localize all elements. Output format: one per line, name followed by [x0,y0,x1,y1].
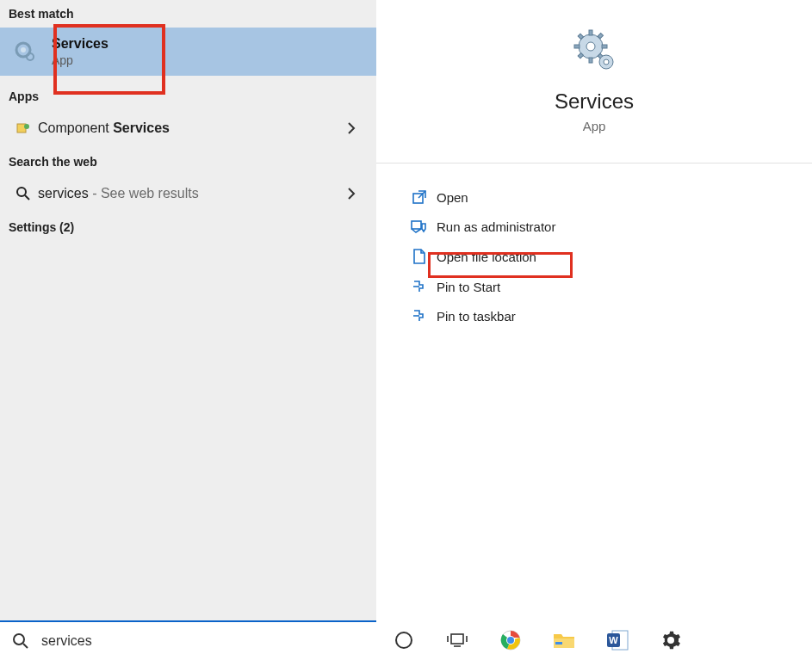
services-icon [10,37,40,66]
open-icon [402,189,437,205]
details-subtitle: App [583,119,606,133]
best-match-header: Best match [0,0,376,28]
svg-point-2 [27,53,34,60]
details-actions: Open Run as administrator Open file loca… [376,163,812,349]
action-run-as-administrator-label: Run as administrator [437,219,555,234]
svg-point-23 [14,634,24,645]
search-bar[interactable] [0,620,376,660]
search-results-panel: Best match Services App Apps [0,0,376,660]
svg-line-6 [25,195,29,200]
best-match-title: Services [52,36,108,52]
settings-header: Settings (2) [0,212,376,241]
services-large-icon [570,26,618,74]
action-open-file-location[interactable]: Open file location [402,241,786,272]
task-view-icon[interactable] [445,628,469,652]
apps-header: Apps [0,76,376,110]
svg-text:W: W [609,635,618,645]
file-location-icon [402,248,437,265]
action-open-file-location-label: Open file location [437,250,536,264]
pin-start-icon [402,279,437,294]
svg-point-25 [396,632,412,648]
action-pin-to-start[interactable]: Pin to Start [402,272,786,301]
svg-rect-20 [412,221,421,229]
best-match-subtitle: App [52,53,108,67]
search-input[interactable] [41,633,364,649]
file-explorer-icon[interactable] [552,628,576,652]
component-services-icon [9,121,38,135]
best-match-result[interactable]: Services App [0,28,376,76]
svg-line-24 [23,644,28,648]
search-web-header: Search the web [0,146,376,176]
search-icon [9,186,38,201]
chevron-right-icon [347,122,368,134]
details-title: Services [555,89,634,114]
action-open[interactable]: Open [402,182,786,212]
pin-taskbar-icon [402,308,437,324]
svg-rect-10 [574,45,580,48]
svg-rect-11 [602,45,607,48]
svg-point-5 [17,188,26,196]
taskbar: W [376,620,812,660]
action-pin-to-start-label: Pin to Start [437,280,500,294]
svg-rect-8 [589,30,592,35]
search-icon [12,632,29,650]
result-component-services[interactable]: Component Services [0,110,376,146]
chevron-right-icon [347,188,368,200]
details-panel: Services App Open Run as administrator [376,0,812,660]
result-web-search[interactable]: services - See web results [0,176,376,212]
result-web-search-label: services - See web results [38,186,347,201]
svg-rect-34 [555,642,562,645]
action-open-label: Open [437,190,468,205]
svg-point-16 [586,42,595,51]
svg-rect-9 [589,58,592,63]
svg-point-32 [507,637,514,644]
svg-point-1 [21,47,26,52]
svg-point-4 [24,124,29,129]
action-pin-to-taskbar[interactable]: Pin to taskbar [402,301,786,330]
svg-rect-26 [451,634,463,644]
result-component-services-label: Component Services [38,120,347,136]
admin-shield-icon [402,219,437,234]
word-icon[interactable]: W [605,628,629,652]
cortana-icon[interactable] [392,628,416,652]
details-header: Services App [376,0,812,163]
svg-point-18 [604,59,609,65]
action-run-as-administrator[interactable]: Run as administrator [402,212,786,241]
action-pin-to-taskbar-label: Pin to taskbar [437,309,516,324]
chrome-icon[interactable] [499,628,523,652]
settings-gear-icon[interactable] [659,628,683,652]
